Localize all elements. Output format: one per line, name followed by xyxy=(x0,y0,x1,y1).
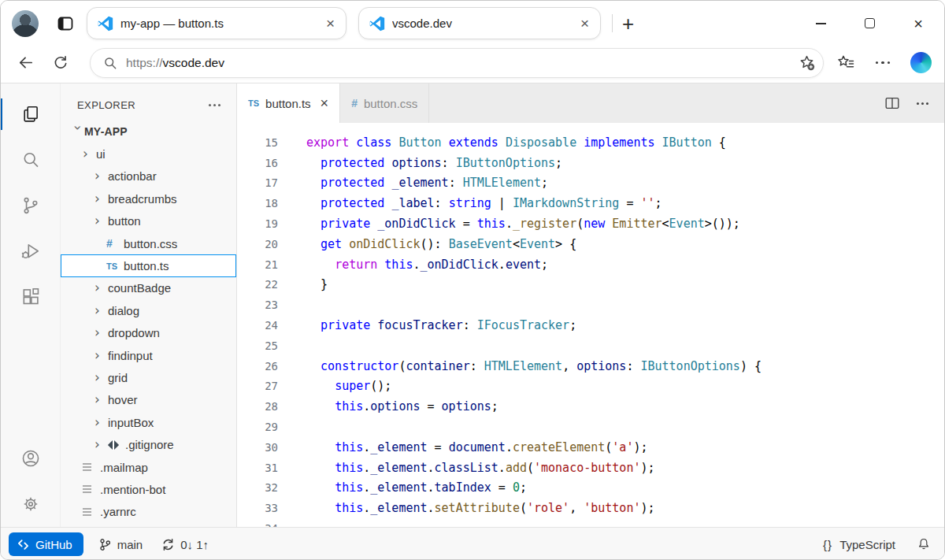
tree-item-actionbar[interactable]: ›actionbar xyxy=(61,165,236,187)
source-control-icon[interactable] xyxy=(1,183,60,228)
browser-tab-strip: my-app — button.ts × vscode.dev × + × xyxy=(1,1,944,46)
split-editor-icon[interactable] xyxy=(884,95,901,112)
line-number: 20 xyxy=(237,238,278,250)
code-text: private focusTracker: IFocusTracker; xyxy=(278,318,576,332)
editor-tab-button-css[interactable]: # button.css xyxy=(340,83,429,123)
address-bar[interactable]: https://vscode.dev xyxy=(90,48,824,78)
branch-indicator[interactable]: main xyxy=(98,538,143,551)
tab-close-icon[interactable]: × xyxy=(579,16,591,31)
tree-item-.yarnrc[interactable]: .yarnrc xyxy=(61,501,236,523)
code-editor[interactable]: 15export class Button extends Disposable… xyxy=(237,123,944,527)
copilot-icon[interactable] xyxy=(910,52,932,73)
tree-item-countBadge[interactable]: ›countBadge xyxy=(61,277,236,299)
tree-item-findinput[interactable]: ›findinput xyxy=(61,344,236,366)
line-number: 28 xyxy=(237,400,278,413)
chevron-right-icon: › xyxy=(94,214,108,228)
code-line-33: 33 this._element.setAttribute('role', 'b… xyxy=(237,498,944,518)
sync-indicator[interactable]: 0↓ 1↑ xyxy=(161,538,209,551)
line-number: 32 xyxy=(237,481,278,494)
line-number: 23 xyxy=(237,299,278,311)
code-line-34: 34 xyxy=(237,518,944,527)
account-icon[interactable] xyxy=(1,436,60,481)
tree-item-inputBox[interactable]: ›inputBox xyxy=(61,411,236,433)
code-line-21: 21 return this._onDidClick.event; xyxy=(237,254,944,275)
file-label: button xyxy=(108,214,141,228)
explorer-files-icon[interactable] xyxy=(1,91,60,137)
code-line-31: 31 this._element.classList.add('monaco-b… xyxy=(237,458,944,478)
profile-avatar[interactable] xyxy=(12,10,39,37)
line-number: 17 xyxy=(237,176,278,189)
chevron-right-icon: › xyxy=(94,304,108,317)
new-tab-button[interactable]: + xyxy=(622,13,634,34)
line-number: 27 xyxy=(237,380,278,392)
tree-item-ui[interactable]: ›ui xyxy=(61,143,236,165)
tree-item-MY-APP[interactable]: ›MY-APP xyxy=(61,121,236,143)
code-line-25: 25 xyxy=(237,336,944,356)
run-debug-icon[interactable] xyxy=(1,228,60,274)
url-scheme: https:// xyxy=(126,56,163,69)
editor-tab-button-ts[interactable]: TS button.ts × xyxy=(237,83,340,123)
code-line-16: 16 protected options: IButtonOptions; xyxy=(237,153,944,173)
tree-item-.gitignore[interactable]: ›.gitignore xyxy=(61,433,236,455)
tab-title: vscode.dev xyxy=(392,17,572,30)
tab-actions-icon[interactable] xyxy=(56,14,75,33)
more-menu-icon[interactable] xyxy=(876,61,891,65)
css-file-icon: # xyxy=(351,97,358,109)
vscode-logo-icon xyxy=(98,16,113,32)
typescript-file-icon: TS xyxy=(248,98,259,108)
line-number: 16 xyxy=(237,157,278,169)
tree-item-.mailmap[interactable]: .mailmap xyxy=(61,456,236,478)
browser-tab-inactive[interactable]: vscode.dev × xyxy=(358,7,601,39)
file-label: button.ts xyxy=(124,259,169,273)
add-favorite-icon[interactable] xyxy=(798,54,817,72)
file-label: dropdown xyxy=(108,326,160,339)
tree-item-grid[interactable]: ›grid xyxy=(61,366,236,388)
file-label: .mailmap xyxy=(100,461,148,474)
remote-indicator-github[interactable]: GitHub xyxy=(9,532,83,556)
remote-label: GitHub xyxy=(35,538,72,551)
chevron-right-icon: › xyxy=(94,438,108,451)
chevron-down-icon: › xyxy=(71,125,84,139)
refresh-icon[interactable] xyxy=(52,54,69,72)
tree-item-button.css[interactable]: #button.css xyxy=(61,232,236,254)
favorites-icon[interactable] xyxy=(836,54,855,72)
tree-item-dialog[interactable]: ›dialog xyxy=(61,299,236,321)
file-label: .mention-bot xyxy=(100,483,165,496)
browser-tab-active[interactable]: my-app — button.ts × xyxy=(87,7,346,39)
tree-item-dropdown[interactable]: ›dropdown xyxy=(61,322,236,344)
back-icon[interactable] xyxy=(17,54,35,72)
tree-item-button.ts[interactable]: TSbutton.ts xyxy=(61,254,236,276)
minimize-button[interactable] xyxy=(813,17,828,31)
file-label: breadcrumbs xyxy=(108,192,177,206)
code-line-22: 22 } xyxy=(237,275,944,295)
explorer-title: EXPLORER xyxy=(77,99,135,111)
code-text: protected _element: HTMLElement; xyxy=(278,176,548,190)
extensions-icon[interactable] xyxy=(1,274,60,320)
code-text: return this._onDidClick.event; xyxy=(278,258,548,272)
close-window-button[interactable]: × xyxy=(911,17,925,31)
explorer-header: EXPLORER xyxy=(61,83,236,121)
chevron-right-icon: › xyxy=(83,147,96,161)
tree-item-hover[interactable]: ›hover xyxy=(61,389,236,411)
editor-area: TS button.ts × # button.css 15ex xyxy=(237,83,944,527)
settings-gear-icon[interactable] xyxy=(1,481,60,527)
explorer-more-icon[interactable] xyxy=(209,104,220,106)
close-tab-icon[interactable]: × xyxy=(321,95,329,112)
code-text: get onDidClick(): BaseEvent<Event> { xyxy=(278,237,576,251)
tree-item-.mention-bot[interactable]: .mention-bot xyxy=(61,478,236,500)
tree-item-button[interactable]: ›button xyxy=(61,210,236,232)
file-label: grid xyxy=(108,371,128,384)
line-number: 24 xyxy=(237,319,278,332)
tree-item-breadcrumbs[interactable]: ›breadcrumbs xyxy=(61,187,236,210)
language-indicator[interactable]: {} TypeScript xyxy=(823,538,895,551)
code-text: super(); xyxy=(278,379,391,393)
maximize-button[interactable] xyxy=(862,17,876,31)
code-line-30: 30 this._element = document.createElemen… xyxy=(237,437,944,458)
lines-file-icon xyxy=(83,485,100,493)
code-text: constructor(container: HTMLElement, opti… xyxy=(278,359,762,373)
notifications-bell-icon[interactable] xyxy=(916,536,932,552)
editor-more-icon[interactable] xyxy=(917,102,928,105)
tab-close-icon[interactable]: × xyxy=(324,16,336,31)
line-number: 22 xyxy=(237,278,278,291)
search-icon[interactable] xyxy=(1,137,60,183)
